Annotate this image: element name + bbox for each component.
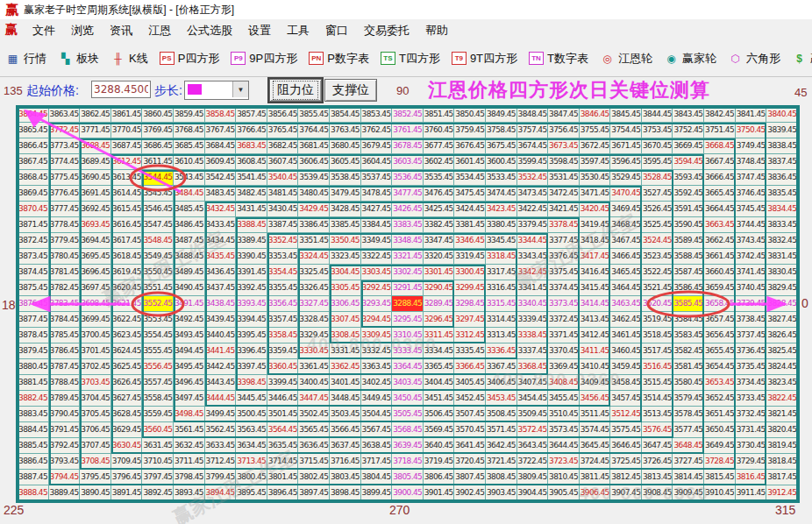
price-cell: 3524.45 [642,233,673,249]
price-cell: 3294.45 [361,312,393,328]
angle-label-90: 90 [396,84,409,97]
price-cell: 3553.45 [142,312,174,328]
price-cell: 3746.45 [736,186,767,202]
price-cell: 3752.45 [673,123,704,138]
price-cell: 3374.45 [548,280,580,296]
price-cell: 3603.45 [392,154,424,170]
toolbar-item-label: 赢家轮 [682,51,716,67]
toolbar-item-江恩轮[interactable]: ◎江恩轮 [600,51,652,67]
price-cell: 3498.45 [174,407,205,422]
price-cell: 3320.45 [424,249,455,265]
menu-item-1[interactable]: 浏览 [63,22,102,39]
price-cell: 3797.45 [142,470,174,485]
price-cell: 3488.45 [174,249,205,265]
price-cell: 3489.45 [174,265,205,280]
price-cell: 3808.45 [486,470,517,485]
price-cell: 3468.45 [610,217,642,233]
price-cell: 3414.45 [580,296,611,312]
price-cell: 3406.45 [486,375,517,391]
price-cell: 3365.45 [424,359,455,375]
price-cell: 3438.45 [205,296,237,312]
price-cell: 3423.45 [486,202,517,217]
menu-item-3[interactable]: 江恩 [140,22,179,39]
toolbar-item-P数字表[interactable]: PNP数字表 [309,51,369,67]
menu-item-6[interactable]: 工具 [279,22,317,39]
price-cell: 3732.45 [736,407,767,422]
price-cell: 3823.45 [766,375,798,391]
price-cell: 3743.45 [736,233,767,249]
price-cell: 3689.45 [80,154,111,170]
toolbar-item-行情[interactable]: ▦行情 [5,51,46,67]
menu-item-2[interactable]: 资讯 [102,22,140,39]
toolbar-item-T数字表[interactable]: TNT数字表 [529,51,588,67]
price-cell: 3446.45 [267,391,299,407]
price-cell: 3455.45 [548,391,580,407]
price-cell: 3703.45 [80,375,111,391]
price-cell: 3427.45 [361,202,393,217]
toolbar-item-9T四方形[interactable]: T99T四方形 [452,51,517,67]
price-cell: 3654.45 [704,359,736,375]
price-cell: 3537.45 [361,170,393,186]
price-cell: 3368.45 [517,359,549,375]
price-cell: 3479.45 [330,186,361,202]
menu-item-0[interactable]: 文件 [25,22,63,39]
toolbar-item-赢家服务[interactable]: $赢家服务 [792,51,812,67]
price-cell: 3441.45 [205,343,237,359]
price-cell: 3810.45 [548,470,580,485]
menu-item-5[interactable]: 设置 [240,22,279,39]
support-button[interactable]: 支撑位 [324,79,377,102]
price-cell: 3297.45 [454,312,486,328]
price-cell: 3853.45 [361,107,393,123]
price-cell: 3307.45 [330,312,361,328]
price-cell: 3390.45 [236,249,267,265]
price-cell: 3478.45 [361,186,393,202]
start-price-input[interactable] [91,81,151,98]
price-cell: 3739.45 [736,296,767,312]
price-cell: 3881.45 [18,375,49,391]
price-cell: 3718.45 [392,454,424,470]
price-cell: 3326.45 [298,280,330,296]
price-cell: 3670.45 [642,138,673,154]
price-cell: 3798.45 [174,470,205,485]
price-cell: 3305.45 [330,280,361,296]
price-cell: 3728.45 [704,454,736,470]
menu-item-7[interactable]: 窗口 [317,22,356,39]
menu-item-4[interactable]: 公式选股 [179,22,240,39]
toolbar-item-9P四方形[interactable]: P99P四方形 [231,51,297,67]
price-cell: 3327.45 [298,296,330,312]
price-cell: 3763.45 [330,123,361,138]
price-cell: 3460.45 [610,343,642,359]
toolbar-item-K线[interactable]: ╫K线 [110,51,148,67]
price-cell: 3771.45 [80,123,111,138]
toolbar-item-六角形[interactable]: ⬡六角形 [728,51,780,67]
price-cell: 3333.45 [392,343,424,359]
toolbar-item-label: 江恩轮 [618,51,652,67]
price-cell: 3793.45 [49,454,81,470]
price-cell: 3330.45 [298,343,330,359]
menu-item-8[interactable]: 交易委托 [356,22,417,39]
price-cell: 3471.45 [580,186,611,202]
price-cell: 3560.45 [142,422,174,438]
price-cell: 3381.45 [454,217,486,233]
price-cell: 3418.45 [580,233,611,249]
price-cell: 3494.45 [174,343,205,359]
price-cell: 3736.45 [736,343,767,359]
price-cell: 3628.45 [111,407,143,422]
price-cell: 3749.45 [736,138,767,154]
resistance-button[interactable]: 阻力位 [269,79,322,102]
price-cell: 3487.45 [174,233,205,249]
step-color-combobox[interactable]: ▼ [184,81,249,100]
price-cell: 3643.45 [517,438,549,454]
toolbar-item-P四方形[interactable]: PSP四方形 [160,51,220,67]
toolbar-item-赢家轮[interactable]: ◉赢家轮 [664,51,716,67]
price-cell: 3882.45 [18,391,49,407]
price-cell: 3698.45 [80,296,111,312]
menu-item-9[interactable]: 帮助 [417,22,456,39]
price-cell: 3373.45 [548,296,580,312]
price-cell: 3410.45 [580,359,611,375]
toolbar-item-板块[interactable]: ▚板块 [58,51,99,67]
price-cell: 3898.45 [330,485,361,501]
price-cell: 3482.45 [236,186,267,202]
combobox-dropdown-arrow-icon[interactable]: ▼ [232,81,248,97]
toolbar-item-T四方形[interactable]: TST四方形 [381,51,440,67]
